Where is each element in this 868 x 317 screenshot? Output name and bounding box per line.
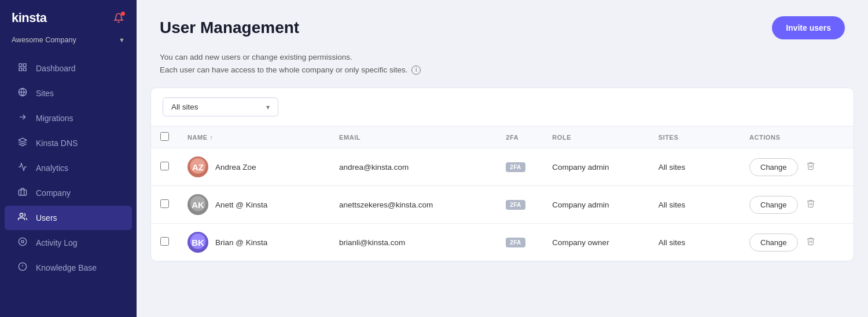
page-description: You can add new users or change existing…	[137, 49, 868, 88]
svg-rect-6	[19, 190, 26, 195]
sidebar-item-kinsta-dns[interactable]: Kinsta DNS	[5, 131, 132, 155]
table-row: BKBrian @ Kinstabrianli@kinsta.com2FACom…	[151, 224, 854, 261]
sidebar-item-knowledge-base[interactable]: Knowledge Base	[5, 256, 132, 280]
avatar: AZ	[187, 156, 208, 177]
row-select-checkbox[interactable]	[160, 162, 169, 170]
knowledge-base-icon	[17, 262, 28, 274]
select-all-header	[151, 126, 178, 148]
company-name: Awesome Company	[12, 36, 114, 44]
chevron-down-icon: ▾	[266, 103, 270, 111]
user-role-cell: Company admin	[543, 186, 649, 224]
user-name: Brian @ Kinsta	[215, 238, 267, 247]
company-icon	[17, 187, 28, 199]
filter-row: All sites ▾	[151, 88, 854, 126]
user-2fa-cell: 2FA	[496, 186, 543, 224]
row-checkbox-cell	[151, 148, 178, 186]
sidebar-item-activity-log[interactable]: Activity Log	[5, 231, 132, 255]
sidebar-item-label: Company	[36, 188, 71, 198]
svg-point-9	[21, 241, 24, 243]
user-email-cell: anettszekeres@kinsta.com	[330, 186, 496, 224]
page-header: User Management Invite users	[137, 0, 868, 49]
user-2fa-cell: 2FA	[496, 148, 543, 186]
user-actions-cell: Change	[740, 224, 854, 261]
logo-area: kinsta	[0, 0, 137, 32]
user-name: Anett @ Kinsta	[215, 201, 267, 209]
sidebar: kinsta Awesome Company ▼ Dashboard Sites	[0, 0, 137, 317]
users-table: NAME ↑ EMAIL 2FA ROLE SITES AC	[151, 126, 854, 261]
user-name-cell: AZAndrea Zoe	[178, 148, 330, 186]
delete-user-icon[interactable]	[804, 159, 818, 175]
main-content: User Management Invite users You can add…	[137, 0, 868, 317]
user-actions-cell: Change	[740, 148, 854, 186]
notification-icon[interactable]	[112, 12, 125, 24]
table-row: AZAndrea Zoeandrea@kinsta.com2FACompany …	[151, 148, 854, 186]
sidebar-item-sites[interactable]: Sites	[5, 81, 132, 105]
sites-icon	[17, 88, 28, 99]
table-row: AKAnett @ Kinstaanettszekeres@kinsta.com…	[151, 186, 854, 224]
sidebar-item-migrations[interactable]: Migrations	[5, 106, 132, 130]
user-email-cell: brianli@kinsta.com	[330, 224, 496, 261]
change-user-button[interactable]: Change	[749, 158, 798, 176]
sidebar-item-dashboard[interactable]: Dashboard	[5, 56, 132, 81]
delete-user-icon[interactable]	[804, 196, 818, 213]
avatar: AK	[187, 194, 208, 215]
users-icon	[17, 212, 28, 224]
row-select-checkbox[interactable]	[160, 237, 169, 246]
page-title: User Management	[160, 19, 299, 37]
delete-user-icon[interactable]	[804, 234, 818, 250]
status-badge: 2FA	[506, 238, 525, 247]
invite-users-button[interactable]: Invite users	[772, 16, 845, 39]
user-name-cell: BKBrian @ Kinsta	[178, 224, 330, 261]
user-role-cell: Company admin	[543, 148, 649, 186]
sidebar-item-label: Kinsta DNS	[36, 139, 78, 148]
activity-log-icon	[17, 237, 28, 249]
user-table-card: All sites ▾ NAME ↑ EMAIL 2FA	[150, 88, 854, 261]
row-checkbox-cell	[151, 224, 178, 261]
sidebar-item-label: Knowledge Base	[36, 263, 97, 272]
description-line2: Each user can have access to the whole c…	[160, 64, 845, 76]
row-select-checkbox[interactable]	[160, 199, 169, 208]
user-sites-cell: All sites	[649, 148, 740, 186]
col-2fa: 2FA	[496, 126, 543, 148]
sites-filter-select[interactable]: All sites ▾	[163, 97, 278, 116]
user-role-cell: Company owner	[543, 224, 649, 261]
avatar: BK	[187, 232, 208, 253]
analytics-icon	[17, 162, 28, 174]
description-line1: You can add new users or change existing…	[160, 51, 845, 64]
select-all-checkbox[interactable]	[160, 132, 169, 141]
sidebar-item-analytics[interactable]: Analytics	[5, 156, 132, 180]
table-header: NAME ↑ EMAIL 2FA ROLE SITES AC	[151, 126, 854, 148]
sidebar-item-label: Activity Log	[36, 238, 78, 247]
sidebar-item-users[interactable]: Users	[5, 206, 132, 230]
user-sites-cell: All sites	[649, 224, 740, 261]
change-user-button[interactable]: Change	[749, 234, 798, 252]
kinsta-logo: kinsta	[12, 10, 47, 25]
sidebar-item-label: Sites	[36, 89, 54, 98]
col-email: EMAIL	[330, 126, 496, 148]
user-actions-cell: Change	[740, 186, 854, 224]
user-name-cell: AKAnett @ Kinsta	[178, 186, 330, 224]
dashboard-icon	[17, 63, 28, 74]
sidebar-item-label: Migrations	[36, 114, 73, 123]
company-selector[interactable]: Awesome Company ▼	[0, 32, 137, 53]
col-name: NAME ↑	[178, 126, 330, 148]
sidebar-item-label: Dashboard	[36, 64, 76, 73]
user-name: Andrea Zoe	[215, 163, 256, 172]
chevron-down-icon: ▼	[119, 37, 125, 43]
svg-rect-1	[23, 64, 26, 67]
sidebar-item-company[interactable]: Company	[5, 181, 132, 205]
sidebar-nav: Dashboard Sites Migrations Kinsta DNS An	[0, 53, 137, 317]
status-badge: 2FA	[506, 200, 525, 210]
user-2fa-cell: 2FA	[496, 224, 543, 261]
col-sites: SITES	[649, 126, 740, 148]
user-sites-cell: All sites	[649, 186, 740, 224]
col-role: ROLE	[543, 126, 649, 148]
svg-rect-2	[23, 68, 26, 71]
info-icon: i	[411, 65, 421, 75]
col-actions: ACTIONS	[740, 126, 854, 148]
row-checkbox-cell	[151, 186, 178, 224]
status-badge: 2FA	[506, 162, 525, 172]
sidebar-item-label: Users	[36, 213, 57, 223]
migrations-icon	[17, 112, 28, 124]
change-user-button[interactable]: Change	[749, 196, 798, 214]
